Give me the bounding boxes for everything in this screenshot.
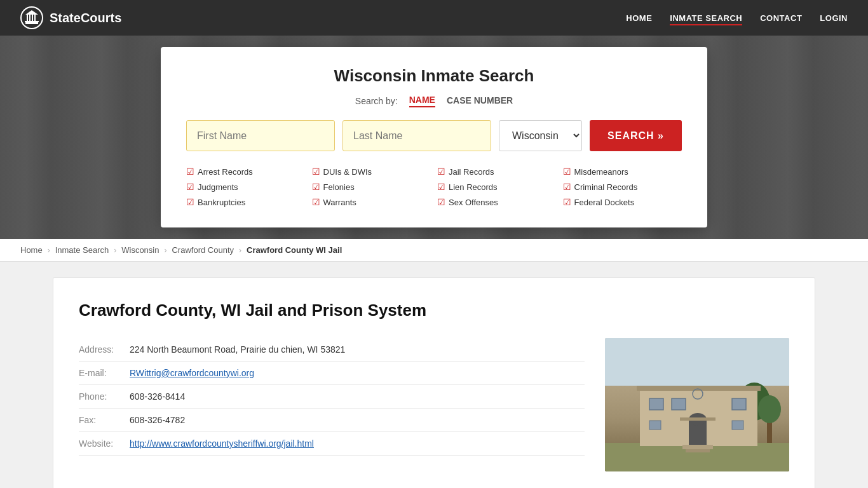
svg-rect-16 <box>649 398 663 410</box>
nav-login[interactable]: LOGIN <box>820 13 848 23</box>
main-content: Crawford County, WI Jail and Prison Syst… <box>53 277 815 488</box>
check-warrants: ☑ Warrants <box>312 196 431 208</box>
site-header: StateCourts HOME INMATE SEARCH CONTACT L… <box>0 0 868 36</box>
check-bankruptcies: ☑ Bankruptcies <box>186 196 306 208</box>
check-icon-jail: ☑ <box>437 166 445 177</box>
search-button[interactable]: SEARCH » <box>590 120 682 151</box>
check-icon-criminal: ☑ <box>563 182 571 192</box>
check-arrest-records: ☑ Arrest Records <box>186 165 306 178</box>
tab-case-number[interactable]: CASE NUMBER <box>447 95 513 107</box>
svg-point-13 <box>758 395 781 423</box>
check-icon-misdemeanors: ☑ <box>563 166 571 177</box>
svg-rect-26 <box>732 421 743 430</box>
nav-inmate-search[interactable]: INMATE SEARCH <box>670 13 742 25</box>
phone-value: 608-326-8414 <box>130 391 185 402</box>
check-icon-sex-offenses: ☑ <box>437 197 445 207</box>
check-judgments: ☑ Judgments <box>186 180 306 193</box>
nav-home[interactable]: HOME <box>626 13 652 23</box>
check-icon-duis: ☑ <box>312 166 320 177</box>
fax-row: Fax: 608-326-4782 <box>79 409 585 432</box>
state-select[interactable]: Wisconsin Alabama Alaska Arizona Califor… <box>499 120 582 151</box>
last-name-input[interactable] <box>342 120 491 151</box>
svg-rect-1 <box>25 22 38 24</box>
svg-rect-8 <box>605 338 789 386</box>
check-icon-arrest: ☑ <box>186 166 194 177</box>
search-card-title: Wisconsin Inmate Search <box>186 66 682 86</box>
svg-rect-17 <box>672 398 686 410</box>
breadcrumb-sep-2: › <box>114 246 116 255</box>
breadcrumb-sep-1: › <box>48 246 50 255</box>
breadcrumb-home[interactable]: Home <box>20 245 43 255</box>
email-link[interactable]: RWittrig@crawfordcountywi.org <box>130 368 254 378</box>
email-label: E-mail: <box>79 368 130 378</box>
facility-image <box>605 338 789 471</box>
check-lien-records: ☑ Lien Records <box>437 180 557 193</box>
info-table: Address: 224 North Beaumont Road, Prairi… <box>79 338 585 471</box>
breadcrumb-inmate-search[interactable]: Inmate Search <box>55 245 109 255</box>
search-by-row: Search by: NAME CASE NUMBER <box>186 95 682 107</box>
nav-contact[interactable]: CONTACT <box>760 13 802 23</box>
main-nav: HOME INMATE SEARCH CONTACT LOGIN <box>626 12 848 24</box>
tab-name[interactable]: NAME <box>409 95 435 107</box>
facility-title: Crawford County, WI Jail and Prison Syst… <box>79 301 789 320</box>
fax-label: Fax: <box>79 415 130 425</box>
website-row: Website: http://www.crawfordcountysherif… <box>79 432 585 456</box>
check-federal-dockets: ☑ Federal Dockets <box>563 196 682 208</box>
svg-rect-15 <box>637 386 761 391</box>
address-row: Address: 224 North Beaumont Road, Prairi… <box>79 338 585 362</box>
phone-label: Phone: <box>79 391 130 402</box>
website-value: http://www.crawfordcountysheriffwi.org/j… <box>130 438 314 449</box>
svg-rect-25 <box>649 421 661 430</box>
email-value: RWittrig@crawfordcountywi.org <box>130 368 254 378</box>
website-label: Website: <box>79 438 130 449</box>
check-jail-records: ☑ Jail Records <box>437 165 557 178</box>
svg-rect-4 <box>29 14 31 21</box>
svg-rect-24 <box>680 417 715 421</box>
breadcrumb-crawford-county[interactable]: Crawford County <box>172 245 234 255</box>
svg-rect-5 <box>32 14 33 21</box>
svg-rect-18 <box>732 398 746 410</box>
svg-rect-6 <box>34 14 36 21</box>
fax-value: 608-326-4782 <box>130 415 185 425</box>
hero-section: COURTHOUSE Wisconsin Inmate Search Searc… <box>0 36 868 239</box>
info-section: Address: 224 North Beaumont Road, Prairi… <box>79 338 789 471</box>
first-name-input[interactable] <box>186 120 335 151</box>
check-icon-felonies: ☑ <box>312 182 320 192</box>
search-by-label: Search by: <box>355 96 398 106</box>
email-row: E-mail: RWittrig@crawfordcountywi.org <box>79 362 585 385</box>
svg-rect-3 <box>27 14 28 21</box>
check-icon-warrants: ☑ <box>312 197 320 207</box>
logo-link[interactable]: StateCourts <box>20 6 121 29</box>
check-icon-lien: ☑ <box>437 182 445 192</box>
check-duis: ☑ DUIs & DWIs <box>312 165 431 178</box>
search-card: Wisconsin Inmate Search Search by: NAME … <box>161 47 707 227</box>
check-icon-federal: ☑ <box>563 197 571 207</box>
website-link[interactable]: http://www.crawfordcountysheriffwi.org/j… <box>130 438 314 449</box>
breadcrumb-sep-4: › <box>239 246 241 255</box>
check-icon-judgments: ☑ <box>186 182 194 192</box>
check-felonies: ☑ Felonies <box>312 180 431 193</box>
breadcrumb-current: Crawford County WI Jail <box>247 245 342 255</box>
checklist-grid: ☑ Arrest Records ☑ DUIs & DWIs ☑ Jail Re… <box>186 165 682 208</box>
address-label: Address: <box>79 344 130 355</box>
breadcrumb-wisconsin[interactable]: Wisconsin <box>121 245 159 255</box>
logo-text: StateCourts <box>50 11 121 25</box>
breadcrumb: Home › Inmate Search › Wisconsin › Crawf… <box>0 239 868 262</box>
address-value: 224 North Beaumont Road, Prairie du chie… <box>130 344 345 355</box>
check-sex-offenses: ☑ Sex Offenses <box>437 196 557 208</box>
breadcrumb-sep-3: › <box>164 246 166 255</box>
phone-row: Phone: 608-326-8414 <box>79 385 585 409</box>
check-misdemeanors: ☑ Misdemeanors <box>563 165 682 178</box>
check-criminal-records: ☑ Criminal Records <box>563 180 682 193</box>
logo-icon <box>20 6 43 29</box>
check-icon-bankruptcies: ☑ <box>186 197 194 207</box>
svg-rect-21 <box>682 445 713 449</box>
svg-rect-22 <box>686 449 710 452</box>
search-inputs-row: Wisconsin Alabama Alaska Arizona Califor… <box>186 120 682 151</box>
svg-rect-2 <box>25 21 39 22</box>
svg-marker-7 <box>25 10 38 15</box>
